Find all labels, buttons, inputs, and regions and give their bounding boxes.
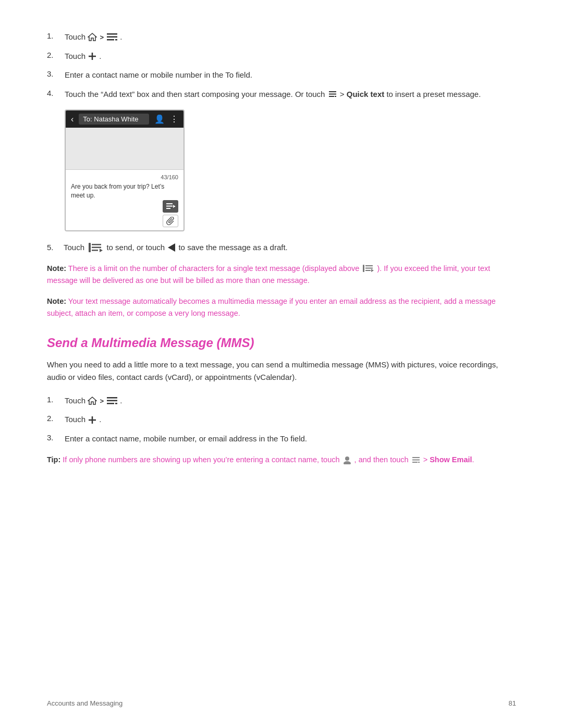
svg-marker-26: [371, 269, 374, 272]
step-num-1: 1.: [47, 31, 60, 40]
svg-rect-15: [173, 206, 175, 207]
step-s2-2: 2. Touch .: [47, 414, 516, 426]
section-intro: When you need to add a little more to a …: [47, 359, 516, 384]
svg-rect-31: [115, 403, 117, 404]
step-5: 5. Touch to send, or touch to save the m…: [47, 242, 516, 254]
step-num-s2-1: 1.: [47, 395, 60, 404]
svg-marker-0: [88, 33, 96, 41]
plus-icon-2: [88, 415, 97, 425]
step-text-1: Touch > .: [65, 31, 122, 43]
svg-rect-38: [412, 462, 418, 463]
svg-rect-2: [107, 36, 117, 38]
step-list-section1: 1. Touch > . 2.: [47, 31, 516, 100]
step-text-2: Touch .: [65, 51, 102, 63]
svg-rect-7: [329, 91, 336, 92]
compose-text: Are you back from your trip? Let’s meet …: [71, 182, 178, 200]
svg-point-35: [344, 461, 351, 464]
svg-rect-12: [166, 205, 173, 206]
note-text-2: Your text message automatically becomes …: [47, 297, 496, 317]
step-num-3: 3.: [47, 69, 60, 78]
tip-arrow: >: [423, 455, 430, 464]
phone-mockup: ‹ To: Natasha White 👤 ⋮ 43/160 Are you b…: [65, 109, 185, 231]
note-label-1: Note:: [47, 264, 66, 273]
step-text-s2-1: Touch > .: [65, 395, 122, 407]
svg-rect-9: [329, 96, 334, 97]
note-2: Note: Your text message automatically be…: [47, 295, 516, 319]
svg-rect-10: [335, 96, 336, 97]
svg-point-34: [345, 456, 349, 461]
svg-rect-17: [92, 244, 101, 245]
step-list-section2: 1. Touch > . 2. Touch: [47, 395, 516, 445]
svg-rect-37: [412, 459, 420, 460]
svg-rect-22: [363, 265, 364, 272]
note-text-1: There is a limit on the number of charac…: [68, 264, 360, 273]
back-arrow-icon: [168, 243, 175, 252]
footer-left: Accounts and Messaging: [47, 699, 123, 707]
svg-rect-18: [92, 246, 101, 248]
step-text-3: Enter a contact name or mobile number in…: [65, 69, 252, 81]
note-label-2: Note:: [47, 297, 66, 305]
svg-marker-27: [88, 397, 96, 404]
svg-rect-25: [365, 270, 371, 271]
send-button-mockup: [163, 200, 178, 213]
compose-area: 43/160 Are you back from your trip? Let’…: [66, 169, 183, 230]
back-icon: ‹: [71, 115, 74, 124]
recipient-field: To: Natasha White: [79, 114, 149, 125]
home-icon: [88, 33, 97, 41]
char-count: 43/160: [71, 174, 178, 180]
plus-icon: [88, 52, 97, 61]
tip-text-and: , and then touch: [354, 455, 409, 464]
arrow-icon: >: [100, 33, 104, 41]
svg-rect-24: [365, 268, 373, 269]
svg-rect-3: [107, 39, 114, 41]
contact-icon: 👤: [154, 114, 165, 124]
step-num-5: 5.: [47, 243, 60, 252]
step-text-5: Touch to send, or touch to save the mess…: [64, 242, 288, 254]
svg-rect-4: [115, 39, 117, 41]
svg-marker-20: [100, 249, 103, 252]
arrow-icon-2: >: [100, 397, 104, 405]
svg-rect-16: [89, 243, 91, 252]
tip-text-main: If only phone numbers are showing up whe…: [63, 455, 339, 464]
attach-button-mockup: [163, 215, 178, 227]
svg-rect-13: [166, 208, 170, 209]
step-num-s2-3: 3.: [47, 433, 60, 442]
send-icon: [88, 242, 103, 253]
step-text-4: Touch the “Add text” box and then start …: [65, 89, 481, 101]
svg-rect-1: [107, 33, 117, 35]
menu-icon-tip: [412, 456, 420, 464]
message-body: [66, 128, 183, 169]
step-s2-3: 3. Enter a contact name, mobile number, …: [47, 433, 516, 445]
step-4: 4. Touch the “Add text” box and then sta…: [47, 89, 516, 101]
svg-rect-23: [365, 265, 373, 266]
step-num-s2-2: 2.: [47, 414, 60, 423]
compose-buttons: [71, 200, 178, 227]
step-3: 3. Enter a contact name or mobile number…: [47, 69, 516, 81]
step-s2-1: 1. Touch > .: [47, 395, 516, 407]
tip-block: Tip: If only phone numbers are showing u…: [47, 454, 516, 465]
step-text-s2-2: Touch .: [65, 414, 102, 426]
step-num-2: 2.: [47, 51, 60, 59]
show-email-label: Show Email: [430, 455, 472, 464]
menu-icon-2: [328, 91, 337, 98]
svg-rect-36: [412, 457, 420, 458]
page-footer: Accounts and Messaging 81: [47, 699, 516, 707]
svg-marker-21: [168, 243, 175, 252]
home-icon-2: [88, 397, 97, 405]
menu-icon: [106, 33, 118, 41]
tip-label: Tip:: [47, 455, 60, 464]
step-text-s2-3: Enter a contact name, mobile number, or …: [65, 433, 307, 445]
footer-right: 81: [509, 699, 516, 707]
svg-rect-8: [329, 93, 336, 94]
step-num-4: 4.: [47, 89, 60, 97]
send-icon-note: [362, 264, 374, 273]
svg-rect-29: [107, 400, 117, 402]
phone-header: ‹ To: Natasha White 👤 ⋮: [66, 110, 183, 128]
svg-rect-11: [166, 203, 173, 204]
svg-rect-39: [418, 462, 420, 463]
section-title: Send a Multimedia Message (MMS): [47, 336, 516, 350]
step-2: 2. Touch .: [47, 51, 516, 63]
svg-rect-28: [107, 397, 117, 399]
svg-rect-30: [107, 403, 114, 404]
svg-rect-19: [92, 250, 98, 251]
